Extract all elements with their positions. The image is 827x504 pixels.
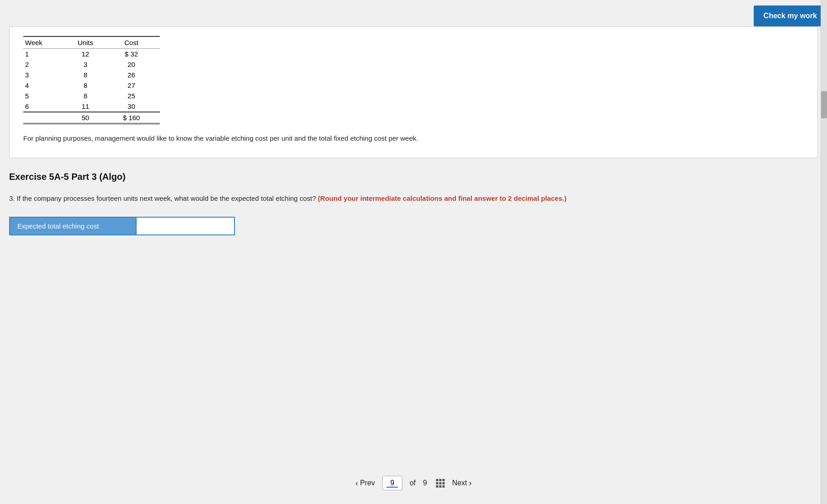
cell-cost: $ 32 [113,49,160,60]
current-page: 9 [390,479,394,487]
cell-cost: 27 [113,80,160,91]
cell-units: 8 [68,80,113,91]
cell-week: 3 [23,70,68,80]
next-chevron-icon: › [469,479,472,488]
total-pages: 9 [423,479,427,487]
main-content-box: Week Units Cost 112$ 3223203826482758256… [9,26,818,158]
col-header-units: Units [68,36,113,49]
total-cost-cell: $ 160 [113,112,160,124]
cell-units: 12 [68,49,113,60]
question-text: 3. If the company processes fourteen uni… [9,193,818,204]
cell-units: 11 [68,101,113,112]
table-row: 5825 [23,91,160,101]
top-bar: Check my work [0,0,827,26]
next-button[interactable]: Next › [452,479,472,488]
answer-input[interactable] [137,217,235,235]
table-row: 2320 [23,59,160,70]
question-body: 3. If the company processes fourteen uni… [9,194,316,202]
grid-icon[interactable] [436,479,445,488]
next-label: Next [452,479,467,487]
table-row: 4827 [23,80,160,91]
cell-cost: 20 [113,59,160,70]
col-header-cost: Cost [113,36,160,49]
pagination: ‹ Prev 9 of 9 Next › [355,476,471,490]
weekly-data-table: Week Units Cost 112$ 3223203826482758256… [23,36,160,124]
cell-week: 5 [23,91,68,101]
total-units-cell: 50 [68,112,113,124]
total-label-cell [23,112,68,124]
cell-units: 8 [68,70,113,80]
description-text: For planning purposes, management would … [23,133,804,144]
total-row: 50 $ 160 [23,112,160,124]
of-text: of [409,479,415,487]
cell-week: 2 [23,59,68,70]
cell-cost: 30 [113,101,160,112]
answer-label: Expected total etching cost [9,217,137,235]
col-header-week: Week [23,36,68,49]
cell-week: 1 [23,49,68,60]
prev-button[interactable]: ‹ Prev [355,479,375,488]
cell-week: 6 [23,101,68,112]
table-row: 112$ 32 [23,49,160,60]
data-table-section: Week Units Cost 112$ 3223203826482758256… [23,36,804,124]
prev-chevron-icon: ‹ [355,479,358,488]
cell-cost: 26 [113,70,160,80]
question-highlight: (Round your intermediate calculations an… [318,194,567,202]
page-number-box[interactable]: 9 [382,476,402,490]
cell-week: 4 [23,80,68,91]
prev-label: Prev [360,479,375,487]
table-row: 61130 [23,101,160,112]
exercise-section: Exercise 5A-5 Part 3 (Algo) 3. If the co… [0,158,827,258]
scrollbar[interactable] [821,0,827,504]
table-row: 3826 [23,70,160,80]
check-my-work-button[interactable]: Check my work [754,5,827,26]
cell-units: 8 [68,91,113,101]
answer-row: Expected total etching cost [9,217,818,235]
cell-units: 3 [68,59,113,70]
exercise-title: Exercise 5A-5 Part 3 (Algo) [9,172,818,182]
cell-cost: 25 [113,91,160,101]
scrollbar-thumb[interactable] [821,91,827,118]
